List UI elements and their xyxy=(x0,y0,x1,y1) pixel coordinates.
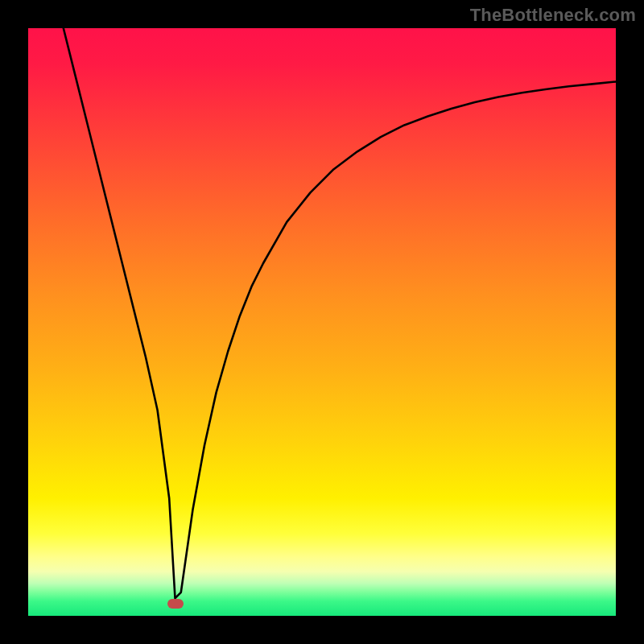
bottleneck-curve xyxy=(28,28,616,616)
optimal-point-marker xyxy=(167,599,184,609)
plot-area xyxy=(28,28,616,616)
watermark-text: TheBottleneck.com xyxy=(470,5,636,26)
chart-frame: TheBottleneck.com xyxy=(0,0,644,644)
